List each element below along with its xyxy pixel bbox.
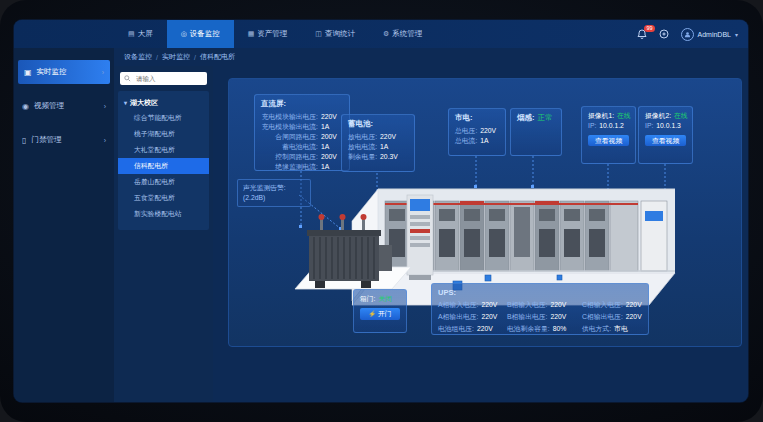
ip-label: IP: xyxy=(588,121,596,131)
stat-label: 绝缘监测电流: xyxy=(275,162,318,172)
tab-label: 查询统计 xyxy=(325,29,355,39)
stat-value: 1A xyxy=(321,122,343,132)
stat-label: 总电压: xyxy=(455,126,477,136)
tree-item[interactable]: 大礼堂配电所 xyxy=(118,142,209,158)
sidebar-item-label: 门禁管理 xyxy=(31,135,61,145)
stat-row: 绝缘监测电流:1A xyxy=(261,162,343,172)
tree-item[interactable]: 五食堂配电所 xyxy=(118,190,209,206)
twisty-icon: ▾ xyxy=(124,100,127,106)
stat-row: 剩余电量:20.3V xyxy=(348,152,408,162)
breadcrumb-item[interactable]: 实时监控 xyxy=(162,52,190,62)
notification-bell-icon[interactable]: 99 xyxy=(637,29,647,39)
station-board: 直流屏: 充电模块输出电压:220V 充电模块输出电流:1A 合闸回路电压:20… xyxy=(228,78,742,347)
stat-label: 放电电压: xyxy=(348,132,377,142)
view-video-button-2[interactable]: 查看视频 xyxy=(645,135,686,146)
smoke-sensor-panel: 烟感:正常 xyxy=(510,108,562,156)
panel-title: 直流屏: xyxy=(261,99,343,109)
tree-root-campus[interactable]: ▾湖大校区 xyxy=(118,96,209,110)
stat-value: 220V xyxy=(480,126,496,136)
station-tree: ▾湖大校区 综合节能配电所 桃子湖配电所 大礼堂配电所 信科配电所 岳麓山配电所… xyxy=(118,91,209,230)
camera-status: 在线 xyxy=(674,111,688,121)
stat-value: 1A xyxy=(321,162,343,172)
stat-label: B相输入电压: xyxy=(507,300,547,310)
tab-query-stats[interactable]: ◫ 查询统计 xyxy=(301,20,369,48)
ip-label: IP: xyxy=(645,121,653,131)
stat-value: 220V xyxy=(626,300,642,310)
ups-grid: A相输入电压:220V B相输入电压:220V C相输入电压:220V A相输出… xyxy=(438,300,642,334)
search-input[interactable] xyxy=(134,74,203,83)
stat-row: 放电电压:220V xyxy=(348,132,408,142)
sidebar-item-access-management[interactable]: ▯ 门禁管理 › xyxy=(14,128,114,152)
fullscreen-icon[interactable] xyxy=(659,29,669,39)
main-content: 直流屏: 充电模块输出电压:220V 充电模块输出电流:1A 合闸回路电压:20… xyxy=(213,66,748,402)
stat-value: 市电 xyxy=(614,324,628,334)
tab-asset-management[interactable]: ▦ 资产管理 xyxy=(234,20,302,48)
chevron-right-icon: › xyxy=(102,69,104,76)
sidebar-item-video-management[interactable]: ◉ 视频管理 › xyxy=(14,94,114,118)
asset-icon: ▦ xyxy=(248,30,255,38)
tree-item[interactable]: 桃子湖配电所 xyxy=(118,126,209,142)
user-menu[interactable]: AdminDBL ▾ xyxy=(681,28,738,41)
stat-label: B相输出电压: xyxy=(507,312,547,322)
battery-panel: 蓄电池: 放电电压:220V 放电电流:1A 剩余电量:20.3V xyxy=(341,114,415,172)
monitor-icon: ◎ xyxy=(181,30,187,38)
stat-label: 控制回路电压: xyxy=(275,152,318,162)
stat-value: 1A xyxy=(321,142,343,152)
stat-row: 总电流:1A xyxy=(455,136,499,146)
stat-label: 放电电流: xyxy=(348,142,377,152)
left-sidebar: ▣ 实时监控 › ◉ 视频管理 › ▯ 门禁管理 › xyxy=(14,48,114,402)
tab-system-management[interactable]: ⚙ 系统管理 xyxy=(369,20,436,48)
stat-row: 总电压:220V xyxy=(455,126,499,136)
door-icon: ▯ xyxy=(22,136,26,145)
stat-value: 20.3V xyxy=(380,152,398,162)
camera-label: 摄像机1: xyxy=(588,111,614,121)
stat-row: 充电模块输出电压:220V xyxy=(261,112,343,122)
breadcrumb-item[interactable]: 设备监控 xyxy=(124,52,152,62)
stat-value: 220V xyxy=(477,324,493,334)
stat-row: 充电模块输出电流:1A xyxy=(261,122,343,132)
chevron-down-icon: ▾ xyxy=(735,31,738,38)
stat-label: 总电流: xyxy=(455,136,477,146)
tree-item[interactable]: 岳麓山配电所 xyxy=(118,174,209,190)
stat-value: 220V xyxy=(550,300,566,310)
open-door-button[interactable]: ⚡开门 xyxy=(360,308,400,320)
camera2-panel: 摄像机2:在线 IP:10.0.1.3 查看视频 xyxy=(638,106,693,164)
tab-label: 大屏 xyxy=(138,29,153,39)
view-video-button-1[interactable]: 查看视频 xyxy=(588,135,629,146)
breadcrumb-separator: / xyxy=(194,54,196,61)
camera-ip: 10.0.1.3 xyxy=(656,121,681,131)
stat-label: 剩余电量: xyxy=(348,152,377,162)
sound-alarm-title: 声光监测告警: xyxy=(243,183,305,193)
panel-title: 蓄电池: xyxy=(348,119,408,129)
tab-dashboard[interactable]: ▤ 大屏 xyxy=(114,20,167,48)
camera-status: 在线 xyxy=(617,111,631,121)
tab-device-monitor[interactable]: ◎ 设备监控 xyxy=(167,20,234,48)
navbar-right-cluster: 99 AdminDBL ▾ xyxy=(637,20,738,48)
notification-badge: 99 xyxy=(644,25,654,32)
stat-label: 充电模块输出电流: xyxy=(262,122,318,132)
tree-item[interactable]: 新实验楼配电站 xyxy=(118,206,209,222)
tree-item[interactable]: 综合节能配电所 xyxy=(118,110,209,126)
stat-label: A相输出电压: xyxy=(438,312,478,322)
breadcrumb-separator: / xyxy=(156,54,158,61)
stat-value: 220V xyxy=(321,112,343,122)
system-icon: ⚙ xyxy=(383,30,389,38)
stat-label: 蓄电池电流: xyxy=(282,142,318,152)
stat-row: 控制回路电压:200V xyxy=(261,152,343,162)
sound-alarm-label: 声光监测告警: (2.2dB) xyxy=(237,179,311,207)
stat-label: 电池组电压: xyxy=(438,324,474,334)
sound-alarm-value: (2.2dB) xyxy=(243,193,305,203)
avatar xyxy=(681,28,694,41)
stat-value: 220V xyxy=(550,312,566,322)
tree-item-selected[interactable]: 信科配电所 xyxy=(118,158,209,174)
stat-label: 烟感: xyxy=(517,113,535,123)
stat-label: C相输入电压: xyxy=(582,300,623,310)
stat-value: 80% xyxy=(553,324,567,334)
stat-value: 220V xyxy=(380,132,396,142)
sidebar-item-realtime-monitor[interactable]: ▣ 实时监控 › xyxy=(18,60,110,84)
stat-label: C相输出电压: xyxy=(582,312,623,322)
dashboard-icon: ▤ xyxy=(128,30,135,38)
realtime-monitor-icon: ▣ xyxy=(24,68,32,77)
tree-search xyxy=(120,72,207,85)
camera-ip: 10.0.1.2 xyxy=(599,121,624,131)
